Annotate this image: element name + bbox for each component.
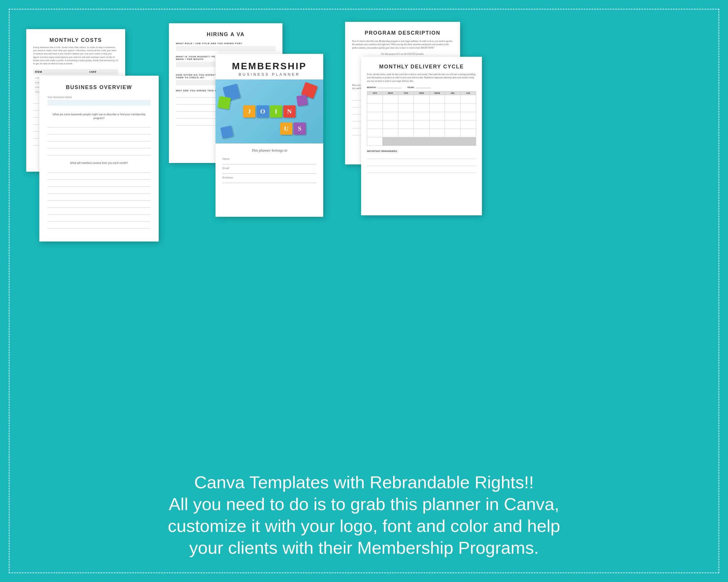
col-item: ITEM: [35, 71, 89, 73]
membership-subtitle: BUSINESS PLANNER: [223, 72, 316, 77]
cal-cell: [383, 95, 398, 103]
block-u: U: [280, 122, 292, 135]
cal-cell: [430, 129, 445, 137]
form-line: [48, 224, 151, 228]
cal-cell: [398, 120, 414, 129]
cal-cell: [461, 95, 476, 103]
block-blue-2: [220, 126, 233, 139]
form-line: [48, 130, 151, 134]
block-s: S: [293, 122, 306, 135]
cal-cell: [398, 104, 414, 112]
form-line: [48, 123, 151, 128]
cal-cell: [367, 129, 382, 137]
cal-cell: [461, 112, 476, 120]
cal-cell: [430, 120, 445, 129]
form-line: [48, 137, 151, 141]
cal-cell: [414, 95, 429, 103]
block-i: I: [270, 105, 282, 117]
form-line: [367, 161, 476, 166]
cal-cell: [414, 129, 429, 137]
members-receive-question: What will members receive from you each …: [48, 161, 151, 165]
membership-tagline: This planner belongs to: [223, 148, 316, 153]
year-label: YEAR:: [407, 86, 431, 89]
cal-cell: [461, 120, 476, 129]
cal-cell: [398, 129, 414, 137]
col-cost: COST: [89, 71, 116, 73]
monthly-costs-body: Every business has a cost. Some more tha…: [33, 46, 118, 65]
form-line: [48, 182, 151, 187]
hiring-va-title: HIRING A VA: [176, 31, 276, 37]
keywords-question: What are some keywords people might use …: [48, 113, 151, 120]
cal-sun: SUN: [367, 91, 382, 95]
bottom-line-2: All you need to do is to grab this plann…: [18, 493, 710, 515]
cal-wed: WED: [414, 91, 429, 95]
membership-title: MEMBERSHIP: [223, 61, 316, 72]
cal-cell: [445, 104, 460, 112]
form-line: [48, 203, 151, 207]
cal-cell: [445, 120, 460, 129]
formula-label: For that purpose let's use the S.H.I.N.E…: [352, 52, 453, 56]
business-overview-page: BUSINESS OVERVIEW Your Business Name Wha…: [39, 76, 159, 242]
cal-cell: [383, 104, 398, 112]
form-line: [48, 151, 151, 156]
business-name-label: Your Business Name: [48, 96, 151, 99]
hiring-q1: WHAT ROLE / JOB TITLE ARE YOU HIRING FOR…: [176, 42, 276, 45]
program-intro: Now it's time to describe your Membershi…: [352, 39, 453, 50]
cal-cell: [461, 104, 476, 112]
calendar-grid: SUN MON TUE WED THUR FRI SAT: [367, 91, 476, 146]
important-label: IMPORTANT REMAINDERS:: [367, 150, 476, 153]
block-purple-1: [296, 95, 308, 107]
cal-cell: [383, 120, 398, 129]
cal-cell: [367, 137, 382, 145]
form-line: [48, 196, 151, 200]
block-o: O: [257, 105, 269, 117]
program-desc-title: PROGRAM DESCRIPTION: [352, 30, 453, 36]
block-j: J: [243, 105, 255, 117]
form-line: [48, 210, 151, 215]
email-line: [223, 170, 316, 174]
cal-sat: SAT: [461, 91, 476, 95]
name-line: [223, 160, 316, 164]
name-label: Name: [223, 158, 316, 160]
cal-cell: [461, 129, 476, 137]
cal-cell: [414, 104, 429, 112]
bottom-line-4: your clients with their Membership Progr…: [18, 537, 710, 559]
monthly-delivery-body: In the calendar below, mark the date you…: [367, 73, 476, 83]
cal-cell: [383, 112, 398, 120]
business-label: Business: [223, 176, 316, 179]
block-green-1: [217, 96, 231, 109]
cal-cell: [430, 112, 445, 120]
monthly-delivery-title: MONTHLY DELIVERY CYCLE: [367, 64, 476, 70]
cal-cell: [367, 112, 382, 120]
cal-cell: [445, 95, 460, 103]
cal-cell: [445, 129, 460, 137]
cal-cell: [398, 112, 414, 120]
form-line: [48, 189, 151, 194]
business-overview-title: BUSINESS OVERVIEW: [48, 84, 151, 90]
cal-cell: [414, 120, 429, 129]
block-n: N: [283, 105, 295, 117]
cal-cell: [383, 129, 398, 137]
bottom-text-section: Canva Templates with Rebrandable Rights!…: [18, 471, 710, 559]
cal-cell: [445, 112, 460, 120]
form-line: [48, 217, 151, 221]
monthly-costs-title: MONTHLY COSTS: [33, 37, 118, 44]
membership-cover-image: J O I N U S: [215, 79, 323, 143]
business-line: [223, 179, 316, 183]
bottom-line-1: Canva Templates with Rebrandable Rights!…: [18, 471, 710, 493]
cal-cell: [367, 95, 382, 103]
form-line: [48, 168, 151, 172]
cal-fri: FRI: [445, 91, 460, 95]
cal-mon: MON: [383, 91, 398, 95]
cal-cell: [414, 112, 429, 120]
monthly-costs-table-header: ITEM COST: [33, 69, 118, 75]
business-name-field: [48, 100, 151, 106]
email-label: Email: [223, 167, 316, 170]
bottom-line-3: customize it with your logo, font and co…: [18, 515, 710, 537]
form-line: [48, 175, 151, 179]
monthly-delivery-page: MONTHLY DELIVERY CYCLE In the calendar b…: [361, 57, 482, 215]
cal-cell: [430, 95, 445, 103]
month-label: MONTH:: [367, 86, 401, 89]
cal-cell: [398, 95, 414, 103]
cal-cell: [430, 104, 445, 112]
